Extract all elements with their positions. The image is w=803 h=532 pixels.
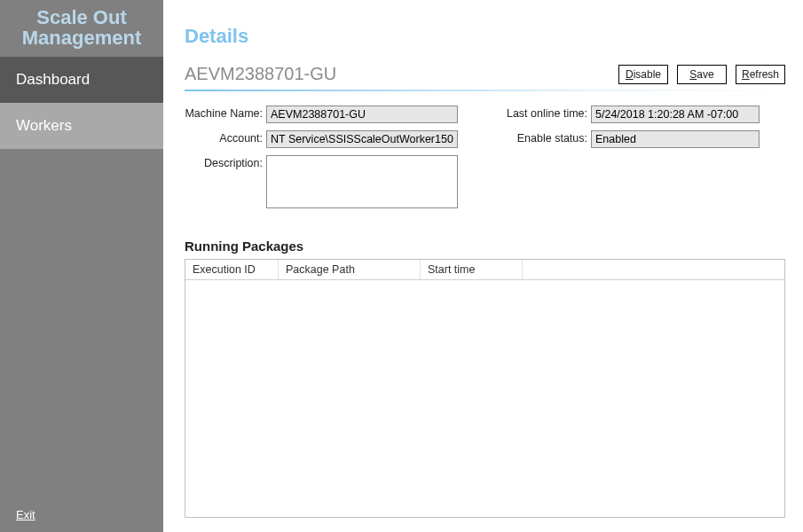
save-button[interactable]: Save <box>677 65 727 84</box>
running-packages-title: Running Packages <box>185 239 785 254</box>
last-online-field[interactable] <box>591 106 760 123</box>
sidebar-item-label: Workers <box>16 117 72 134</box>
worker-header: AEVM2388701-GU Disable Save Refresh <box>185 64 785 84</box>
app-root: Scale Out Management Dashboard Workers E… <box>0 0 803 532</box>
header-buttons: Disable Save Refresh <box>618 65 785 84</box>
label-last-online: Last online time: <box>502 106 591 121</box>
col-start-time[interactable]: Start time <box>421 260 523 279</box>
row-account: Account: <box>185 130 458 148</box>
row-description: Description: <box>185 155 458 208</box>
label-account: Account: <box>185 130 266 146</box>
description-field[interactable] <box>266 155 458 208</box>
machine-name-field[interactable] <box>266 106 458 123</box>
sidebar-item-workers[interactable]: Workers <box>0 103 163 149</box>
grid-body <box>185 280 784 516</box>
col-package-path[interactable]: Package Path <box>279 260 421 279</box>
worker-name: AEVM2388701-GU <box>185 64 336 84</box>
grid-header: Execution ID Package Path Start time <box>185 260 784 280</box>
header-rule <box>185 90 785 91</box>
sidebar-nav: Dashboard Workers <box>0 57 163 149</box>
row-machine-name: Machine Name: <box>185 106 458 123</box>
form-area: Machine Name: Account: Description: Last… <box>185 106 785 208</box>
form-left-column: Machine Name: Account: Description: <box>185 106 458 208</box>
running-packages-grid[interactable]: Execution ID Package Path Start time <box>185 259 785 518</box>
label-enable-status: Enable status: <box>502 130 591 146</box>
app-brand: Scale Out Management <box>0 0 163 57</box>
brand-line1: Scale Out <box>5 7 158 27</box>
sidebar-item-dashboard[interactable]: Dashboard <box>0 57 163 103</box>
label-description: Description: <box>185 155 266 171</box>
form-right-column: Last online time: Enable status: <box>502 106 760 208</box>
sidebar: Scale Out Management Dashboard Workers E… <box>0 0 163 532</box>
exit-link[interactable]: Exit <box>16 508 35 521</box>
page-title: Details <box>185 25 785 48</box>
row-last-online: Last online time: <box>502 106 760 123</box>
sidebar-footer: Exit <box>0 499 163 532</box>
label-machine-name: Machine Name: <box>185 106 266 121</box>
brand-line2: Management <box>5 27 158 48</box>
sidebar-item-label: Dashboard <box>16 71 90 88</box>
enable-status-field[interactable] <box>591 130 760 148</box>
disable-button[interactable]: Disable <box>618 65 668 84</box>
col-execution-id[interactable]: Execution ID <box>185 260 279 279</box>
account-field[interactable] <box>266 130 458 148</box>
col-spacer <box>523 260 784 279</box>
row-enable-status: Enable status: <box>502 130 760 148</box>
refresh-button[interactable]: Refresh <box>736 65 785 84</box>
main-panel: Details AEVM2388701-GU Disable Save Refr… <box>163 0 803 532</box>
